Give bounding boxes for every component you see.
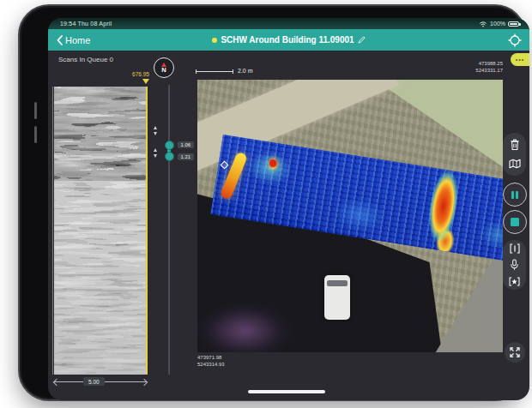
marker-button[interactable] [506,273,523,289]
delete-button[interactable] [506,137,523,153]
stop-button[interactable] [503,210,527,234]
map-scale-bar [196,71,233,72]
depth-value-bottom: 1.21 [178,153,194,160]
more-options-label: ••• [516,57,524,63]
scan-width-value: 5.00 [83,377,105,386]
northing-value: 5243331.17 [434,68,503,75]
depth-slider-handle-top[interactable] [165,141,174,150]
northing-value: 5243314.93 [197,362,225,369]
aerial-van [324,275,350,320]
nav-bar: Home SCHW Around Building 11.09001 [48,29,529,51]
map-icon [509,159,521,169]
pause-button[interactable] [503,183,527,207]
toolbar-group-tools [503,240,526,290]
aerial-blur-region [197,292,309,352]
scan-cursor-line[interactable] [146,87,148,375]
microphone-icon [510,259,519,271]
radargram-image [54,87,147,375]
section-view-button[interactable] [506,241,523,256]
easting-value: 473988.25 [434,61,503,68]
more-options-pill[interactable]: ••• [511,53,529,66]
map-layers-button[interactable] [506,156,523,171]
back-label: Home [65,35,90,45]
project-title: SCHW Around Building 11.09001 [48,29,529,51]
battery-percent: 100% [490,21,505,27]
depth-ruler [52,87,53,375]
aerial-map-view[interactable] [197,80,503,352]
star-marker-icon [509,277,520,286]
battery-icon [508,21,519,27]
project-status-dot [212,38,217,43]
toolbar-group-edit [503,133,526,176]
section-view-icon [510,243,520,254]
scan-cursor-marker[interactable] [142,79,149,84]
status-bar: 19:54 Thu 08 April 100% [48,18,529,29]
stop-icon [511,218,519,226]
easting-value: 473971.98 [197,355,225,362]
compass[interactable]: N [154,57,174,78]
drag-handle-icon[interactable] [153,148,159,158]
edit-pencil-icon [358,36,366,44]
trash-icon [510,139,520,151]
radargram-view[interactable] [54,87,147,375]
gps-target-icon [508,33,522,47]
map-coords-top-right: 473988.25 5243331.17 [434,61,503,74]
heatmap-hotspot-dot [269,159,277,169]
voice-note-button[interactable] [506,257,523,273]
volume-down-button [34,126,37,143]
gps-target-button[interactable] [507,33,522,47]
compass-label: N [161,67,166,73]
scans-in-queue-label: Scans In Queue 0 [58,56,113,63]
project-title-text: SCHW Around Building 11.09001 [221,35,354,45]
ipad-device-frame: 19:54 Thu 08 April 100% Home [18,4,526,401]
pause-icon [511,191,519,199]
wifi-icon [479,21,487,27]
depth-value-top: 1.06 [178,141,194,148]
home-indicator[interactable] [248,390,325,393]
map-coords-bottom-left: 473971.98 5243314.93 [197,355,225,368]
back-chevron-icon [57,35,63,45]
app-screen: 19:54 Thu 08 April 100% Home [48,18,529,400]
volume-up-button [34,102,37,119]
fullscreen-icon [510,347,520,357]
depth-slider-handle-bottom[interactable] [165,152,174,161]
back-button[interactable]: Home [57,29,90,51]
depth-slider-track[interactable] [168,85,170,375]
drag-handle-icon[interactable] [153,126,159,135]
fullscreen-button[interactable] [505,342,525,363]
status-datetime: 19:54 Thu 08 April [60,21,112,27]
map-scale-label: 2.0 m [238,68,253,74]
